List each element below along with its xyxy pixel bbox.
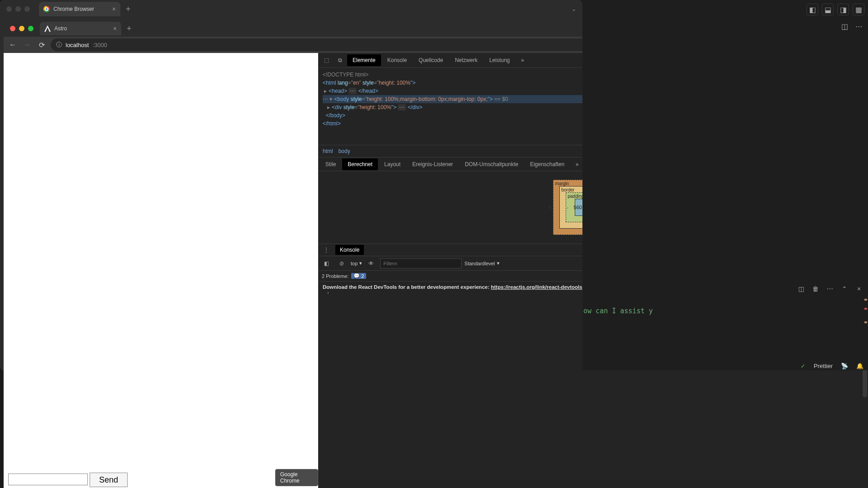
reload-button[interactable]: ⟳ bbox=[36, 39, 47, 50]
dock-tooltip: Google Chrome bbox=[275, 469, 318, 486]
tab-layout[interactable]: Layout bbox=[379, 158, 406, 170]
new-tab-button[interactable]: + bbox=[120, 5, 136, 14]
vscode-status-bar: ✓ Prettier 📡 🔔 bbox=[801, 363, 863, 369]
status-bell-icon[interactable]: 🔔 bbox=[856, 363, 863, 369]
site-info-icon[interactable]: ⓘ bbox=[56, 41, 62, 49]
terminal-more-icon[interactable]: ⋯ bbox=[825, 283, 835, 294]
outer-tabbar: Chrome Browser × + ⌄ bbox=[0, 0, 582, 18]
vscode-editor-controls: ◫ ⋯ bbox=[839, 21, 864, 32]
forward-button[interactable]: → bbox=[22, 39, 33, 50]
layout-sidebar-right-icon[interactable]: ◨ bbox=[837, 4, 849, 15]
tab-styles[interactable]: Stile bbox=[320, 158, 341, 170]
problems-badge: 💬 2 bbox=[351, 273, 366, 279]
more-tabs-icon[interactable]: » bbox=[516, 54, 529, 67]
tab-elements[interactable]: Elemente bbox=[347, 54, 381, 66]
expand-div-icon[interactable]: ▸ bbox=[327, 103, 332, 111]
outer-tab[interactable]: Chrome Browser × bbox=[39, 2, 120, 16]
back-button[interactable]: ← bbox=[7, 39, 18, 50]
tab-network[interactable]: Netzwerk bbox=[449, 54, 483, 66]
device-toolbar-icon[interactable]: ⧉ bbox=[334, 54, 346, 67]
tab-dom-breakpoints[interactable]: DOM-Umschaltpunkte bbox=[459, 158, 524, 170]
prettier-check-icon[interactable]: ✓ bbox=[801, 363, 806, 369]
split-editor-icon[interactable]: ◫ bbox=[839, 21, 850, 32]
tab-computed[interactable]: Berechnet bbox=[342, 158, 378, 170]
astro-icon bbox=[44, 25, 51, 32]
traffic-close[interactable] bbox=[10, 26, 15, 31]
expand-head-icon[interactable]: ▸ bbox=[324, 87, 329, 95]
tabs-dropdown-icon[interactable]: ⌄ bbox=[565, 6, 582, 12]
traffic-lights-dim bbox=[0, 6, 36, 12]
editor-more-icon[interactable]: ⋯ bbox=[854, 21, 864, 32]
traffic-lights bbox=[4, 26, 40, 31]
vscode-window: ◧ ⬓ ◨ ▦ ◫ ⋯ ◫ 🗑 ⋯ ⌃ × ow can I assist y … bbox=[582, 0, 868, 370]
terminal-chevron-up-icon[interactable]: ⌃ bbox=[839, 283, 850, 294]
outer-tab-title: Chrome Browser bbox=[53, 6, 109, 12]
react-devtools-link[interactable]: https://reactjs.org/link/react-devtools bbox=[491, 284, 582, 290]
tab-properties[interactable]: Eigenschaften bbox=[525, 158, 570, 170]
layout-grid-icon[interactable]: ▦ bbox=[853, 4, 864, 15]
crumb-html[interactable]: html bbox=[323, 148, 333, 154]
terminal-output: ow can I assist y bbox=[583, 307, 653, 315]
tab-performance[interactable]: Leistung bbox=[484, 54, 515, 66]
console-sidebar-icon[interactable]: ◧ bbox=[320, 257, 333, 270]
crumb-body[interactable]: body bbox=[339, 148, 350, 154]
live-expression-icon[interactable]: 👁 bbox=[365, 257, 377, 270]
clear-console-icon[interactable]: ⊘ bbox=[335, 257, 348, 270]
tab-listeners[interactable]: Ereignis-Listener bbox=[407, 158, 458, 170]
console-filter-input[interactable] bbox=[380, 258, 462, 268]
tab-sources[interactable]: Quellcode bbox=[413, 54, 448, 66]
url-port: :3000 bbox=[92, 42, 107, 48]
traffic-minimize[interactable] bbox=[19, 26, 24, 31]
terminal-split-icon[interactable]: ◫ bbox=[796, 283, 806, 294]
browser-tab[interactable]: Astro × bbox=[40, 22, 121, 35]
status-prettier[interactable]: Prettier bbox=[814, 363, 833, 369]
inspect-icon[interactable]: ⬚ bbox=[320, 54, 333, 67]
minimap[interactable] bbox=[863, 290, 867, 335]
drawer-tab-console[interactable]: Konsole bbox=[335, 245, 364, 255]
log-level-selector[interactable]: Standardlevel ▾ bbox=[464, 260, 499, 266]
traffic-max-dim[interactable] bbox=[24, 6, 30, 12]
console-menu-icon[interactable]: ⋮ bbox=[320, 244, 333, 256]
page-viewport: Send Google Chrome bbox=[4, 53, 318, 488]
status-feedback-icon[interactable]: 📡 bbox=[841, 363, 848, 369]
new-tab-button[interactable]: + bbox=[121, 24, 137, 33]
collapse-body-icon[interactable]: ▾ bbox=[329, 95, 334, 103]
context-selector[interactable]: top ▾ bbox=[351, 260, 362, 266]
tab-console[interactable]: Konsole bbox=[382, 54, 412, 66]
close-icon[interactable]: × bbox=[112, 5, 116, 13]
vscode-terminal-controls: ◫ 🗑 ⋯ ⌃ × bbox=[796, 283, 864, 294]
traffic-min-dim[interactable] bbox=[15, 6, 21, 12]
more-styles-tabs-icon[interactable]: » bbox=[571, 158, 583, 171]
terminal-close-icon[interactable]: × bbox=[854, 283, 864, 294]
chat-input[interactable] bbox=[8, 474, 88, 485]
chrome-icon bbox=[43, 6, 50, 12]
traffic-close-dim[interactable] bbox=[6, 6, 12, 12]
send-button[interactable]: Send bbox=[90, 473, 128, 487]
close-tab-icon[interactable]: × bbox=[113, 25, 117, 32]
traffic-maximize[interactable] bbox=[28, 26, 33, 31]
layout-panel-icon[interactable]: ⬓ bbox=[822, 4, 834, 15]
tab-title: Astro bbox=[54, 25, 110, 32]
url-host: localhost bbox=[66, 42, 89, 48]
layout-sidebar-left-icon[interactable]: ◧ bbox=[806, 4, 818, 15]
vscode-layout-controls: ◧ ⬓ ◨ ▦ bbox=[806, 4, 864, 15]
terminal-trash-icon[interactable]: 🗑 bbox=[810, 283, 821, 294]
